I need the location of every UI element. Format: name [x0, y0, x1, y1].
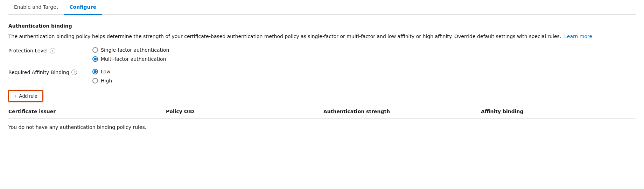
table-empty-message: You do not have any authentication bindi…	[8, 120, 636, 134]
learn-more-link[interactable]: Learn more	[564, 34, 592, 39]
rules-table: Certificate issuer Policy OID Authentica…	[8, 107, 636, 134]
protection-level-options: Single-factor authentication Multi-facto…	[92, 47, 169, 62]
tab-configure[interactable]: Configure	[64, 0, 102, 15]
page-container: Enable and Target Configure Authenticati…	[0, 0, 644, 143]
plus-icon: +	[14, 93, 17, 99]
add-rule-button[interactable]: + Add rule	[8, 90, 43, 102]
radio-multi-factor-indicator	[92, 56, 98, 62]
radio-low-indicator	[92, 69, 98, 74]
affinity-binding-label: Required Affinity Binding i	[8, 69, 92, 75]
col-affinity-binding: Affinity binding	[481, 107, 636, 116]
affinity-binding-info-icon[interactable]: i	[71, 70, 77, 75]
tab-enable-and-target[interactable]: Enable and Target	[8, 0, 64, 15]
col-certificate-issuer: Certificate issuer	[8, 107, 166, 116]
col-authentication-strength: Authentication strength	[323, 107, 481, 116]
radio-single-factor-indicator	[92, 47, 98, 53]
section-description: The authentication binding policy helps …	[8, 33, 603, 40]
affinity-binding-row: Required Affinity Binding i Low High	[8, 69, 636, 83]
tabs-bar: Enable and Target Configure	[8, 0, 636, 15]
protection-level-info-icon[interactable]: i	[50, 48, 55, 53]
section-title: Authentication binding	[8, 23, 636, 29]
add-rule-label: Add rule	[19, 93, 37, 99]
table-header: Certificate issuer Policy OID Authentica…	[8, 107, 636, 119]
radio-single-factor[interactable]: Single-factor authentication	[92, 47, 169, 53]
col-policy-oid: Policy OID	[166, 107, 323, 116]
affinity-binding-options: Low High	[92, 69, 112, 83]
protection-level-row: Protection Level i Single-factor authent…	[8, 47, 636, 62]
radio-high-indicator	[92, 78, 98, 83]
radio-high[interactable]: High	[92, 78, 112, 83]
protection-level-label: Protection Level i	[8, 47, 92, 53]
radio-multi-factor[interactable]: Multi-factor authentication	[92, 56, 169, 62]
radio-low[interactable]: Low	[92, 69, 112, 74]
